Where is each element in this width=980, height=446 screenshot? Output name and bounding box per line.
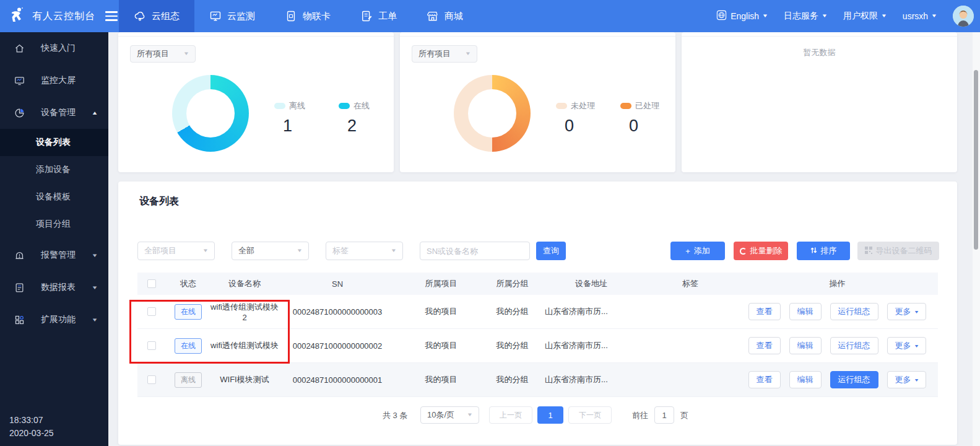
export-qr-button[interactable]: 导出设备二维码	[857, 242, 939, 260]
filter-status-select[interactable]: 全部 ▼	[232, 242, 309, 260]
current-page-button[interactable]: 1	[537, 406, 563, 424]
select-placeholder: 标签	[332, 245, 349, 256]
chevron-down-icon: ▼	[202, 248, 209, 253]
sort-icon	[810, 247, 817, 256]
run-scada-button[interactable]: 运行组态	[830, 371, 878, 388]
sidebar-item-data-report[interactable]: 数据报表 ▼	[0, 271, 108, 304]
col-header-status: 状态	[166, 278, 210, 289]
section-title: 设备列表	[139, 195, 179, 208]
tab-cloud-scada[interactable]: 云组态	[119, 0, 194, 32]
tab-label: 物联卡	[303, 11, 331, 22]
submenu-label: 项目分组	[36, 219, 71, 230]
legend-label: 未处理	[571, 100, 595, 112]
tab-label: 工单	[378, 11, 397, 22]
next-page-button[interactable]: 下一页	[568, 406, 612, 424]
row-checkbox[interactable]	[147, 307, 156, 316]
sidebar-item-device-list[interactable]: 设备列表	[0, 129, 108, 156]
view-button[interactable]: 查看	[748, 371, 781, 388]
log-service-label: 日志服务	[784, 11, 818, 22]
project-filter-select[interactable]: 所有项目 ▼	[412, 45, 477, 63]
online-swatch-icon	[339, 103, 350, 109]
device-address: 山东省济南市历...	[539, 340, 644, 351]
sidebar-item-device-management[interactable]: 设备管理 ▲	[0, 97, 108, 129]
sidebar-item-label: 设备管理	[41, 107, 76, 118]
prev-page-button[interactable]: 上一页	[489, 406, 532, 424]
menu-toggle-icon[interactable]	[105, 11, 118, 21]
tab-mall[interactable]: 商城	[412, 0, 478, 32]
legend-value: 0	[620, 116, 674, 136]
col-header-address: 设备地址	[539, 278, 644, 289]
sidebar-item-project-group[interactable]: 项目分组	[0, 211, 108, 238]
edit-button[interactable]: 编辑	[789, 303, 822, 320]
filter-tag-select[interactable]: 标签 ▼	[326, 242, 403, 260]
more-button[interactable]: 更多 ▼	[887, 371, 927, 388]
goto-page-input[interactable]	[654, 406, 674, 424]
tab-work-order[interactable]: 工单	[345, 0, 412, 32]
scrollbar-thumb[interactable]	[974, 70, 978, 250]
device-address: 山东省济南市历...	[539, 374, 644, 385]
row-checkbox[interactable]	[147, 341, 156, 350]
table-row: 在线 wifi透传组测试模块2 00024871000000000003 我的项…	[137, 295, 938, 329]
project-filter-select[interactable]: 所有项目 ▼	[130, 45, 196, 63]
language-label: English	[731, 11, 759, 21]
tab-label: 云组态	[152, 11, 180, 22]
more-button[interactable]: 更多 ▼	[887, 337, 927, 354]
sidebar-item-quick-start[interactable]: 快速入门	[0, 32, 108, 64]
run-scada-button[interactable]: 运行组态	[830, 337, 878, 354]
alarm-status-card: 所有项目 ▼ 未处理 0 已处理 0	[400, 32, 675, 172]
device-table: 状态 设备名称 SN 所属项目 所属分组 设备地址 标签 操作 在线 wifi透…	[137, 273, 938, 397]
page-size-select[interactable]: 10条/页 ▼	[420, 406, 479, 424]
sort-label: 排序	[821, 245, 837, 256]
search-input[interactable]	[420, 242, 530, 260]
row-checkbox[interactable]	[147, 375, 156, 384]
user-menu[interactable]: usrsxh ▼	[903, 11, 937, 21]
goto-prefix: 前往	[632, 410, 648, 421]
sidebar-item-monitor-screen[interactable]: 监控大屏	[0, 64, 108, 97]
view-button[interactable]: 查看	[748, 303, 781, 320]
sort-button[interactable]: 排序	[797, 242, 850, 260]
run-scada-button[interactable]: 运行组态	[830, 303, 878, 320]
big-screen-icon	[14, 75, 25, 86]
avatar[interactable]	[953, 6, 974, 27]
brand: 有人云控制台	[9, 0, 118, 32]
log-service-menu[interactable]: 日志服务 ▼	[784, 11, 827, 22]
col-header-sn: SN	[279, 279, 396, 289]
query-button[interactable]: 查询	[536, 242, 566, 260]
sidebar-item-add-device[interactable]: 添加设备	[0, 156, 108, 183]
chevron-down-icon: ▼	[467, 413, 473, 418]
view-button[interactable]: 查看	[748, 337, 781, 354]
chevron-down-icon: ▼	[183, 51, 189, 56]
device-project: 我的项目	[396, 374, 486, 385]
chevron-down-icon: ▼	[913, 378, 919, 382]
tab-cloud-monitor[interactable]: 云监测	[194, 0, 270, 32]
edit-button[interactable]: 编辑	[789, 371, 822, 388]
chevron-down-icon: ▼	[881, 14, 887, 19]
language-menu[interactable]: English ▼	[716, 10, 768, 22]
filter-project-select[interactable]: 全部项目 ▼	[137, 242, 215, 260]
alarm-status-donut-chart	[454, 75, 531, 152]
select-all-checkbox[interactable]	[147, 279, 156, 288]
edit-button[interactable]: 编辑	[789, 337, 822, 354]
monitor-icon	[209, 10, 222, 22]
total-count: 共 3 条	[383, 410, 407, 421]
device-group: 我的分组	[486, 374, 539, 385]
sidebar-item-alarm-management[interactable]: 报警管理 ▼	[0, 239, 108, 271]
col-header-group: 所属分组	[486, 278, 539, 289]
tab-iot-card[interactable]: 物联卡	[270, 0, 345, 32]
sidebar-item-device-template[interactable]: 设备模板	[0, 183, 108, 211]
add-button[interactable]: + 添加	[670, 242, 725, 260]
sidebar-item-extended-functions[interactable]: 扩展功能 ▼	[0, 304, 108, 336]
more-button[interactable]: 更多 ▼	[887, 303, 927, 320]
device-name: wifi透传组测试模块2	[210, 302, 279, 322]
plus-icon: +	[685, 247, 690, 256]
chevron-down-icon: ▼	[913, 310, 919, 314]
user-rights-menu[interactable]: 用户权限 ▼	[843, 11, 887, 22]
device-project: 我的项目	[396, 306, 486, 317]
device-address: 山东省济南市历...	[539, 306, 644, 317]
device-project: 我的项目	[396, 340, 486, 351]
more-label: 更多	[895, 306, 911, 317]
work-order-icon	[360, 10, 373, 22]
scrollbar-track[interactable]	[973, 32, 980, 446]
batch-delete-button[interactable]: 批量删除	[734, 242, 788, 260]
status-badge: 离线	[175, 372, 202, 388]
